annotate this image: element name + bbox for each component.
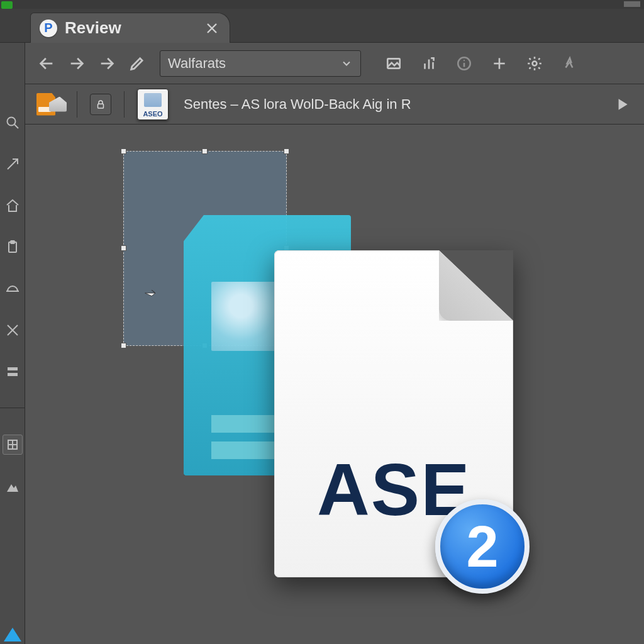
svg-rect-8 <box>8 373 18 376</box>
layers-icon[interactable] <box>3 362 22 381</box>
helmet-icon[interactable] <box>3 279 22 298</box>
grid-tool-icon[interactable] <box>3 435 23 455</box>
rail-marker-triangle <box>4 628 21 641</box>
resize-handle-tm[interactable] <box>202 148 208 154</box>
tool-rail <box>0 9 25 644</box>
app-logo-corner <box>1 1 13 9</box>
ase-file-graphic: ASE 2 <box>274 250 513 577</box>
home-icon[interactable] <box>3 196 22 215</box>
canvas-area[interactable]: ASE 2 <box>25 125 644 644</box>
nav-right-icons <box>382 52 581 75</box>
aseo-thumbnail[interactable]: ASEO <box>137 89 169 120</box>
image-icon[interactable] <box>382 52 405 75</box>
forward-alt-icon[interactable] <box>96 52 118 75</box>
cursor-arrow-icon <box>142 284 160 302</box>
settings-gear-icon[interactable] <box>523 52 546 75</box>
svg-marker-12 <box>7 484 18 492</box>
back-icon[interactable] <box>35 52 58 75</box>
subbar-separator-2 <box>124 91 125 118</box>
file-count-number: 2 <box>466 514 498 580</box>
lock-icon[interactable] <box>90 94 111 115</box>
search-icon[interactable] <box>3 113 22 132</box>
address-value: Walfarats <box>168 55 226 72</box>
svg-marker-29 <box>619 99 628 109</box>
mountain-icon[interactable] <box>3 477 22 496</box>
tab-review[interactable]: P Review <box>30 13 230 43</box>
resize-handle-bl[interactable] <box>121 343 126 348</box>
address-dropdown[interactable]: Walfarats <box>160 50 361 77</box>
tab-app-icon: P <box>40 19 57 37</box>
tab-title: Review <box>65 18 121 38</box>
play-icon[interactable] <box>614 96 630 113</box>
add-icon[interactable] <box>488 52 511 75</box>
svg-point-0 <box>7 118 15 126</box>
info-icon[interactable] <box>453 52 475 75</box>
bar-chart-icon[interactable] <box>418 52 440 75</box>
svg-line-2 <box>8 159 18 169</box>
resize-handle-ml[interactable] <box>121 245 126 251</box>
nav-toolbar: Walfarats <box>25 43 644 84</box>
document-title: Sentes – AS lora WolD-Back Aig in R <box>184 96 411 113</box>
expand-arrow-icon[interactable] <box>3 155 22 174</box>
resize-handle-tl[interactable] <box>121 148 126 154</box>
file-count-badge: 2 <box>435 499 530 594</box>
edit-pencil-icon[interactable] <box>126 52 148 75</box>
svg-point-27 <box>533 61 537 65</box>
run-icon[interactable] <box>558 52 581 75</box>
svg-line-1 <box>14 125 18 128</box>
tab-app-letter: P <box>44 21 52 35</box>
window-top-strip <box>0 0 644 9</box>
subbar-separator <box>77 91 77 118</box>
svg-rect-28 <box>98 104 104 108</box>
rail-separator <box>0 408 25 408</box>
window-controls-placeholder[interactable] <box>624 1 640 7</box>
aseo-thumbnail-label: ASEO <box>143 110 162 118</box>
clipboard-icon[interactable] <box>3 238 22 257</box>
svg-marker-30 <box>145 290 155 296</box>
resize-handle-tr[interactable] <box>284 148 289 154</box>
tab-bar: P Review <box>0 9 644 43</box>
tab-close-icon[interactable] <box>204 21 219 36</box>
document-subbar: ASEO Sentes – AS lora WolD-Back Aig in R <box>25 84 644 125</box>
cut-icon[interactable] <box>3 321 22 340</box>
svg-point-24 <box>464 60 465 61</box>
svg-rect-7 <box>8 367 18 370</box>
forward-icon[interactable] <box>65 52 88 75</box>
document-badge-icon[interactable] <box>36 91 64 118</box>
chevron-down-icon <box>340 57 353 70</box>
